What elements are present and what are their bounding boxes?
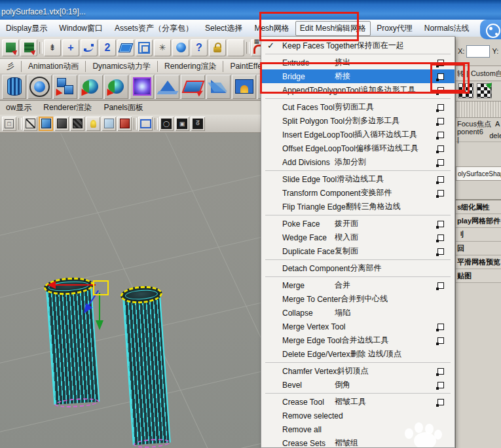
smooth-icon[interactable] [130, 75, 154, 99]
option-box-icon[interactable] [437, 176, 444, 183]
select-face-icon[interactable] [117, 39, 134, 56]
menu-item-collapse[interactable]: Collapse塌陷 [261, 306, 455, 320]
menu-item-poke-face[interactable]: Poke Face拨开面 [261, 217, 455, 231]
lock-selection-icon[interactable] [209, 39, 226, 56]
menu-item-detach-component[interactable]: Detach Component分离部件 [261, 261, 455, 275]
menu-item-delete-edge-vertex[interactable]: Delete Edge/Vertex删除 边线/顶点 [261, 347, 455, 361]
use-all-lights-icon[interactable] [86, 117, 100, 131]
shape-node-tab[interactable]: olySurfaceShape [456, 166, 501, 181]
panel-menu-renderer[interactable]: Renderer渲染 [37, 102, 98, 113]
shelf-tab-animation[interactable]: Animation动画 [22, 61, 86, 72]
option-box-icon[interactable] [437, 368, 444, 375]
option-box-icon[interactable] [437, 221, 444, 227]
option-box-icon[interactable] [437, 248, 444, 255]
menu-display[interactable]: Display显示 [0, 21, 53, 36]
menu-normals[interactable]: Normals法线 [418, 21, 475, 36]
menu-item-merge-to-center[interactable]: Merge To Center合并到中心线 [261, 292, 455, 306]
menu-item-slide-edge-tool[interactable]: Slide Edge Tool滑动边线工具 [261, 172, 455, 186]
select-curve-icon[interactable]: 2 [99, 39, 116, 56]
bridge-icon[interactable] [232, 75, 256, 99]
option-box-icon[interactable] [437, 190, 444, 196]
select-misc-icon[interactable]: ? [191, 39, 208, 56]
option-box-icon[interactable] [437, 159, 444, 166]
menu-proxy[interactable]: Proxy代理 [371, 21, 418, 36]
attribute-section-0[interactable]: s细化属性 [456, 200, 501, 214]
option-box-icon[interactable] [437, 132, 444, 138]
combine-icon[interactable] [53, 75, 77, 99]
menu-select[interactable]: Select选择 [199, 21, 248, 36]
option-box-icon[interactable] [437, 234, 444, 241]
option-box-icon[interactable] [437, 382, 444, 388]
menu-assets[interactable]: Assets资产（分享包） [109, 21, 199, 36]
panel-menu-panels[interactable]: Panels面板 [98, 102, 149, 113]
poke-face-icon[interactable] [155, 75, 179, 99]
mirror-geometry-icon[interactable] [104, 75, 128, 99]
menu-item-crease-tool[interactable]: Crease Tool褶皱工具 [261, 395, 455, 409]
select-hull-icon[interactable] [136, 39, 153, 56]
snap-mode-stack-icon[interactable]: ⇟ [44, 39, 61, 56]
x-coordinate-input[interactable] [466, 45, 490, 58]
shelf-tab-rendering[interactable]: Rendering渲染 [158, 61, 223, 72]
custom-shelf-tab[interactable]: Custom自 [471, 69, 501, 79]
polygon-cylinder-icon[interactable] [2, 75, 26, 99]
attribute-section-3[interactable]: 回 [456, 242, 501, 255]
textured-mode-icon[interactable] [54, 117, 69, 131]
menu-item-add-divisions[interactable]: Add Divisions添加分割 [261, 155, 455, 169]
manipulator-x-axis[interactable] [55, 284, 96, 286]
select-particle-icon[interactable]: ✳ [154, 39, 171, 56]
cylinder-right[interactable] [120, 285, 173, 448]
option-box-icon[interactable] [437, 145, 444, 152]
field-chart-icon[interactable]: ▣ [175, 117, 189, 131]
menu-window[interactable]: Window窗口 [53, 21, 109, 36]
menu-item-duplicate-face[interactable]: Duplicate Face复制面 [261, 244, 455, 258]
option-box-icon[interactable] [437, 324, 444, 330]
default-material-icon[interactable] [117, 117, 132, 131]
menu-item-insert-edgelooptool[interactable]: Insert EdgeLoopTool插入循环边线工具 [261, 128, 455, 141]
manipulator-center-handle[interactable] [93, 280, 109, 295]
shelf-tab-fragment[interactable]: 彡 [0, 61, 22, 72]
menu-item-transform-component[interactable]: Transform Component变换部件 [261, 186, 455, 200]
camera-partial-icon[interactable]: □ [2, 117, 16, 131]
menu-item-chamfer-vertex[interactable]: Chamfer Vertex斜切顶点 [261, 364, 455, 378]
shaded-mode-icon[interactable] [39, 117, 53, 131]
select-sphere-icon[interactable] [172, 39, 189, 56]
menu-item-split-polygon-tool[interactable]: Split Polygon Tool分割多边形工具 [261, 114, 455, 128]
extrude-face-icon[interactable] [181, 75, 205, 99]
resolution-gate-icon[interactable] [138, 117, 153, 131]
select-object-icon[interactable] [2, 39, 19, 56]
option-box-icon[interactable] [437, 104, 444, 111]
attribute-section-5[interactable]: 贴图 [456, 269, 501, 283]
panel-menu-ow[interactable]: ow显示 [0, 102, 37, 113]
menu-item-bevel[interactable]: Bevel倒角 [261, 378, 455, 392]
share-button[interactable] [480, 20, 501, 39]
option-box-icon[interactable] [437, 118, 444, 124]
isolate-select-icon[interactable]: ◯ [159, 117, 174, 131]
option-box-icon[interactable] [437, 399, 444, 405]
menu-item-offset-edgelooptool[interactable]: Offset EdgeLoopTool偏移循环边线工具 [261, 141, 455, 155]
delete-button-fragment[interactable]: dele [489, 132, 501, 140]
select-points-icon[interactable] [81, 39, 98, 56]
menu-item-merge-edge-tool[interactable]: Merge Edge Tool合并边线工具 [261, 333, 455, 347]
booleans-icon[interactable] [79, 75, 103, 99]
menu-item-merge-vertex-tool[interactable]: Merge Vertex Tool [261, 320, 455, 333]
option-box-icon[interactable] [437, 337, 444, 344]
select-component-icon[interactable] [20, 39, 37, 56]
option-box-icon[interactable] [437, 282, 444, 289]
curve-display-icon[interactable]: ᘔ [191, 117, 205, 131]
attribute-section-1[interactable]: play网格部件 [456, 214, 501, 228]
menu-item-merge[interactable]: Merge合并 [261, 278, 455, 292]
menu-item-flip-triangle-edge[interactable]: Flip Triangle Edge翻转三角格边线 [261, 200, 455, 214]
wireframe-mode-icon[interactable] [23, 117, 37, 131]
attribute-section-2[interactable]: 刂 [456, 228, 501, 242]
menu-item-cut-faces-tool[interactable]: Cut Faces Tool剪切面工具 [261, 100, 455, 114]
menu-item-remove-selected[interactable]: Remove selected [261, 409, 455, 422]
shadows-icon[interactable] [102, 117, 116, 131]
attribute-section-4[interactable]: 平滑网格预览 [456, 255, 501, 269]
ipr-render-icon[interactable] [477, 83, 492, 98]
textured-pattern-icon[interactable] [70, 117, 84, 131]
shelf-tab-dynamics[interactable]: Dynamics动力学 [86, 61, 158, 72]
highlight-selection-icon[interactable] [227, 39, 244, 56]
manipulator-y-axis[interactable] [99, 293, 100, 321]
menu-item-wedge-face[interactable]: Wedge Face楔入面 [261, 231, 455, 244]
polygon-sphere-icon[interactable] [28, 75, 52, 99]
